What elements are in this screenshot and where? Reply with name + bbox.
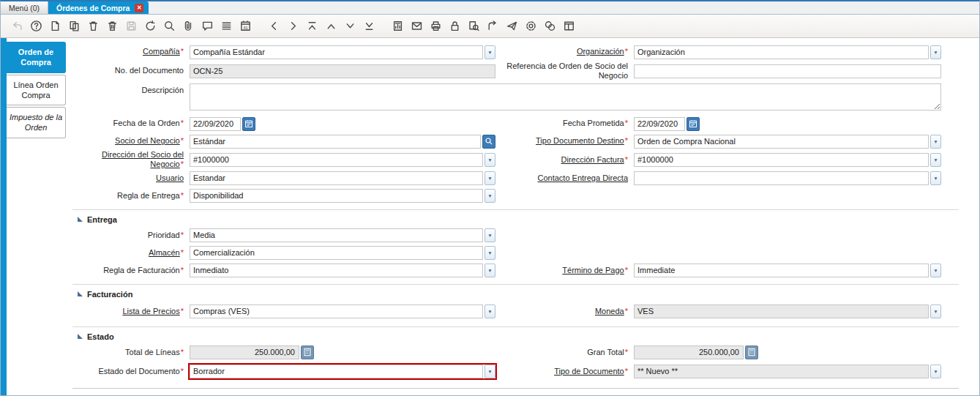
price-list-label: Lista de Precios* — [72, 307, 190, 316]
chevron-down-icon[interactable]: ▼ — [485, 228, 495, 242]
business-partner-input[interactable] — [190, 135, 481, 149]
order-form: Compañía* ▼ Organización* ▼ No. del Docu… — [67, 38, 979, 395]
bp-address-input[interactable] — [190, 153, 483, 167]
chevron-down-icon[interactable]: ▼ — [930, 365, 941, 378]
save-icon[interactable] — [121, 18, 141, 35]
currency-input[interactable] — [634, 305, 929, 318]
copy-record-icon[interactable] — [64, 18, 83, 35]
document-status-input[interactable] — [190, 365, 483, 378]
first-record-icon[interactable] — [302, 18, 321, 35]
target-document-type-input[interactable] — [634, 135, 929, 149]
close-icon[interactable]: ✕ — [135, 4, 143, 12]
payment-term-input[interactable] — [634, 264, 929, 277]
section-collapse-icon[interactable] — [78, 334, 83, 339]
attachment-icon[interactable] — [179, 18, 198, 35]
chevron-down-icon[interactable]: ▼ — [485, 305, 495, 318]
invoice-rule-input[interactable] — [190, 264, 483, 277]
required-marker: * — [625, 348, 628, 356]
sidebar-tab-orden-de-compra[interactable]: Orden de Compra — [7, 42, 66, 73]
delete-record-icon[interactable] — [83, 18, 102, 35]
refresh-icon[interactable] — [141, 18, 160, 35]
bp-order-reference-input[interactable] — [634, 64, 941, 78]
tab-purchase-orders[interactable]: Órdenes de Compra ✕ — [48, 1, 149, 14]
chevron-down-icon[interactable]: ▼ — [485, 246, 495, 260]
chevron-down-icon[interactable]: ▼ — [930, 135, 941, 149]
required-marker: * — [181, 136, 184, 145]
calculator-icon[interactable] — [745, 345, 758, 359]
email-icon[interactable] — [407, 18, 426, 35]
export-icon[interactable] — [483, 18, 502, 35]
required-marker: * — [625, 119, 628, 127]
dropship-contact-input[interactable] — [634, 171, 929, 185]
chevron-down-icon[interactable]: ▼ — [930, 171, 941, 185]
parent-record-icon[interactable] — [264, 18, 283, 35]
delivery-rule-input[interactable] — [190, 189, 483, 203]
sidebar-tab-linea-orden-compra[interactable]: Línea Orden Compra — [7, 75, 66, 106]
chevron-down-icon[interactable]: ▼ — [485, 365, 495, 378]
zoom-across-icon[interactable] — [464, 18, 483, 35]
tab-purchase-orders-label: Órdenes de Compra — [56, 4, 130, 12]
workflow-icon[interactable] — [502, 18, 521, 35]
sidebar-tab-impuesto-de-la-orden[interactable]: Impuesto de la Orden — [7, 107, 66, 138]
new-record-icon[interactable] — [45, 18, 64, 35]
chevron-down-icon[interactable]: ▼ — [485, 171, 495, 185]
user-label: Usuario — [72, 173, 190, 183]
report-icon[interactable] — [388, 18, 407, 35]
chevron-down-icon[interactable]: ▼ — [930, 153, 941, 167]
chat-icon[interactable] — [198, 18, 217, 35]
last-record-icon[interactable] — [359, 18, 378, 35]
chevron-down-icon[interactable]: ▼ — [485, 45, 495, 59]
help-icon[interactable] — [26, 18, 45, 35]
priority-input[interactable] — [190, 228, 483, 242]
section-collapse-icon[interactable] — [78, 217, 83, 222]
previous-record-icon[interactable] — [321, 18, 340, 35]
chevron-down-icon[interactable]: ▼ — [485, 264, 495, 277]
calendar-picker-icon[interactable] — [242, 117, 255, 131]
tab-menu[interactable]: Menú (0) — [1, 1, 48, 14]
grand-total-input[interactable] — [634, 345, 744, 359]
section-header-status-label: Estado — [87, 332, 114, 341]
search-icon[interactable] — [482, 135, 495, 149]
print-icon[interactable] — [426, 18, 445, 35]
order-date-input[interactable] — [190, 117, 241, 131]
next-record-icon[interactable] — [340, 18, 359, 35]
calendar-icon[interactable]: 31 — [236, 18, 255, 35]
total-lines-input[interactable] — [190, 345, 299, 359]
calculator-icon[interactable] — [301, 345, 314, 359]
grid-toggle-icon[interactable] — [217, 18, 236, 35]
total-lines-label: Total de Líneas* — [72, 348, 190, 357]
warehouse-input[interactable] — [190, 246, 483, 260]
invoice-address-input[interactable] — [634, 153, 929, 167]
product-info-icon[interactable] — [540, 18, 559, 35]
document-type-input[interactable] — [634, 365, 929, 378]
field-row: Total de Líneas* Gran Total* — [72, 343, 959, 361]
currency-combobox: ▼ — [634, 305, 941, 318]
section-header-delivery[interactable]: Entrega — [72, 212, 959, 226]
chevron-down-icon[interactable]: ▼ — [485, 153, 495, 167]
chevron-down-icon[interactable]: ▼ — [930, 264, 941, 277]
field-row: Prioridad* ▼ — [72, 226, 959, 244]
delete-selection-icon[interactable] — [102, 18, 121, 35]
chevron-down-icon[interactable]: ▼ — [485, 189, 495, 203]
lock-icon[interactable] — [445, 18, 464, 35]
description-textarea[interactable] — [190, 83, 941, 111]
company-input[interactable] — [190, 45, 483, 59]
section-header-invoicing[interactable]: Facturación — [72, 287, 959, 301]
required-marker: * — [625, 155, 628, 164]
user-input[interactable] — [190, 171, 483, 185]
document-no-input[interactable] — [190, 64, 495, 78]
chevron-down-icon[interactable]: ▼ — [930, 305, 941, 318]
chevron-down-icon[interactable]: ▼ — [930, 45, 941, 59]
ignore-icon[interactable] — [7, 18, 26, 35]
promised-date-input[interactable] — [634, 117, 685, 131]
organization-input[interactable] — [634, 45, 929, 59]
find-icon[interactable] — [160, 18, 179, 35]
detail-record-icon[interactable] — [283, 18, 302, 35]
order-date-label: Fecha de la Orden* — [72, 119, 190, 128]
price-list-input[interactable] — [190, 305, 483, 318]
section-header-status[interactable]: Estado — [72, 329, 959, 343]
customize-icon[interactable] — [559, 18, 578, 35]
calendar-picker-icon[interactable] — [687, 117, 700, 131]
section-collapse-icon[interactable] — [78, 291, 83, 296]
preference-icon[interactable] — [521, 18, 540, 35]
